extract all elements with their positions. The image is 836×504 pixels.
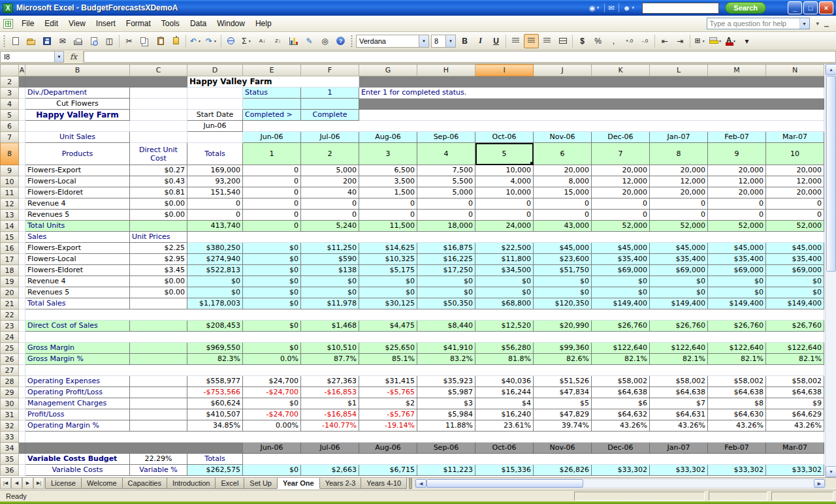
cell-K30[interactable]: $6 [592,398,650,409]
row-header-4[interactable]: 4 [1,99,19,110]
row-header-18[interactable]: 18 [1,265,19,276]
cell-G28[interactable]: $31,415 [359,376,417,387]
column-header-N[interactable]: N [766,65,824,76]
scroll-right-icon[interactable]: ▶ [814,479,825,488]
cell-I14[interactable]: 24,000 [475,221,534,232]
row-header-35[interactable]: 35 [1,454,19,465]
cell-L11[interactable]: 20,000 [650,187,708,198]
cell-F8[interactable]: 2 [301,143,359,165]
cell-K25[interactable]: $122,640 [592,343,650,354]
cell-G3[interactable]: Enter 1 for completed status. [359,87,824,99]
excel-app-icon[interactable]: X [3,3,13,13]
cell-B18[interactable]: Flowers-Eldoret [25,265,130,276]
cell-L10[interactable]: 12,000 [650,176,708,187]
cell-C16[interactable]: $2.25 [130,243,187,254]
cell-D7[interactable] [187,132,243,143]
last-sheet-button[interactable]: ▶| [33,478,44,489]
cell-E32[interactable]: 0.00% [243,420,301,432]
cell-J20[interactable]: $0 [534,287,592,298]
row-header-12[interactable]: 12 [1,198,19,210]
currency-button[interactable]: $ [575,34,590,48]
cell-N8[interactable]: 10 [766,143,824,165]
cell-E25[interactable]: $0 [243,343,301,354]
menu-tools[interactable]: Tools [156,17,185,30]
cell-C9[interactable]: $0.27 [130,165,187,176]
cell-F17[interactable]: $590 [301,254,359,265]
cell-M16[interactable]: $45,000 [708,243,766,254]
cell-J14[interactable]: 43,000 [534,221,592,232]
bold-button[interactable]: B [457,34,472,48]
cell-F31[interactable]: -$16,854 [301,409,359,420]
cell-F18[interactable]: $138 [301,265,359,276]
column-header-E[interactable]: E [243,65,301,76]
vertical-scroll-thumb[interactable] [826,76,836,272]
font-name-select[interactable]: Verdana ▼ [356,35,429,48]
cell-L23[interactable]: $26,760 [650,321,708,332]
column-header-H[interactable]: H [417,65,475,76]
cell-H21[interactable]: $50,350 [417,298,475,309]
cell-L17[interactable]: $35,400 [650,254,708,265]
row-header-27[interactable]: 27 [1,365,19,376]
column-header-B[interactable]: B [25,65,130,76]
cell-D6[interactable]: Jun-06 [187,121,243,132]
cell-B4[interactable]: Cut Flowers [25,99,130,110]
row-header-19[interactable]: 19 [1,276,19,287]
cell-C30[interactable] [130,398,187,409]
sheet-tab-capacities[interactable]: Capacities [122,478,167,489]
cell-N20[interactable]: $0 [766,287,824,298]
cell-N30[interactable]: $9 [766,398,824,409]
sheet-tab-set-up[interactable]: Set Up [244,478,278,489]
paste-button[interactable] [153,34,168,48]
cell-C35[interactable]: 22.29% [130,454,187,465]
cell-D25[interactable]: $969,550 [187,343,243,354]
cell-M21[interactable]: $149,400 [708,298,766,309]
toolbar-options-icon[interactable]: ▾ [816,20,820,27]
print-preview-button[interactable] [86,34,101,48]
cell-A5[interactable] [19,110,25,121]
cell-A31[interactable] [19,409,25,420]
chevron-down-icon[interactable]: ▼ [198,39,201,43]
cell-E26[interactable]: 0.0% [243,354,301,365]
cell-K12[interactable]: 0 [592,198,650,210]
cell-K21[interactable]: $149,400 [592,298,650,309]
cell-K19[interactable]: $0 [592,276,650,287]
cell-D29[interactable]: -$753,566 [187,387,243,398]
chevron-down-icon[interactable]: ▼ [54,52,63,62]
cell-I25[interactable]: $56,280 [475,343,534,354]
name-box[interactable]: I8 ▼ [0,51,64,63]
cell-I36[interactable]: $15,336 [475,465,534,476]
cell-E23[interactable]: $0 [243,321,301,332]
cell-D23[interactable]: $208,453 [187,321,243,332]
cell-E36[interactable]: $0 [243,465,301,476]
row-header-14[interactable]: 14 [1,221,19,232]
cell-A25[interactable] [19,343,25,354]
cell-M14[interactable]: 52,000 [708,221,766,232]
cell-G9[interactable]: 6,500 [359,165,417,176]
cell-A2[interactable] [19,76,25,87]
cell-F26[interactable]: 87.7% [301,354,359,365]
cell-M18[interactable]: $69,000 [708,265,766,276]
cell-G36[interactable]: $6,715 [359,465,417,476]
cell-H34[interactable]: Sep-06 [417,443,475,454]
workbook-minimize-icon[interactable]: ▁ [824,20,829,27]
cell-H12[interactable]: 0 [417,198,475,210]
cell-C12[interactable]: $0.00 [130,198,187,210]
cell-N10[interactable]: 12,000 [766,176,824,187]
cell-E8[interactable]: 1 [243,143,301,165]
cell-J25[interactable]: $99,360 [534,343,592,354]
cell-L36[interactable]: $33,302 [650,465,708,476]
cell-H19[interactable]: $0 [417,276,475,287]
autosum-button[interactable]: Σ▼ [239,34,254,48]
chevron-down-icon[interactable]: ▼ [445,35,455,47]
cell-B5[interactable]: Happy Valley Farm [25,110,130,121]
cell-C28[interactable] [130,376,187,387]
cell-F3[interactable]: 1 [301,87,359,99]
row-header-26[interactable]: 26 [1,354,19,365]
menu-window[interactable]: Window [212,17,250,30]
row-header-34[interactable]: 34 [1,443,19,454]
cell-M30[interactable]: $8 [708,398,766,409]
cell-G21[interactable]: $30,125 [359,298,417,309]
cell-C11[interactable]: $0.81 [130,187,187,198]
save-button[interactable] [39,34,54,48]
menu-insert[interactable]: Insert [91,17,121,30]
